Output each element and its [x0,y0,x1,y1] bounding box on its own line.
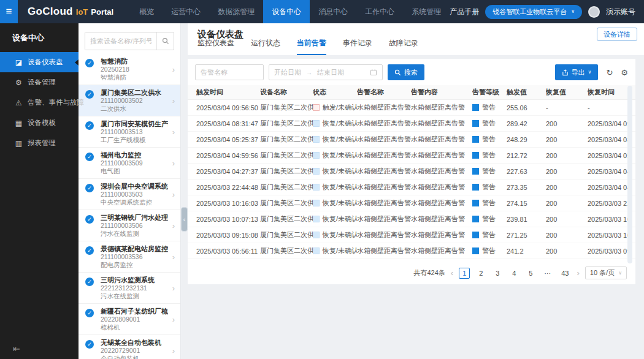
status-square-icon [313,120,320,127]
search-button[interactable]: 搜索 [388,64,424,80]
tab[interactable]: 事件记录 [343,38,372,55]
status-square-icon [313,136,320,143]
platform-selector[interactable]: 锐谷智联工业物联云平台 ∨ [485,5,582,19]
page-number-button[interactable]: 1 [459,268,470,279]
cell-alarm-content: 水箱侧壁距离告警 [411,151,472,160]
warning-square-icon [472,104,479,111]
device-detail-button[interactable]: 设备详情 [597,28,637,41]
table-row[interactable]: 2025/03/03 10:16:03 厦门集美区二次供水 恢复/未确认 水箱侧… [188,195,635,211]
alarm-name-input[interactable] [195,64,264,80]
cell-status: 触发/未确认 [313,103,357,112]
sidebar-item[interactable]: 设备仪表盘 [0,52,79,72]
page-number-button[interactable]: ··· [542,268,553,279]
device-list-item[interactable]: ✓ 无锡某全自动包装机 20220729001 全自动包装机 › [79,335,180,359]
check-circle-icon: ✓ [85,278,94,286]
status-label: 恢复/未确认 [323,151,357,160]
table-row[interactable]: 2025/03/04 04:59:56 厦门集美区二次供水 恢复/未确认 水箱侧… [188,148,635,164]
panel-collapse-handle[interactable]: ‹ [181,207,188,232]
hamburger-icon: ≡ [6,6,12,18]
device-template: 全自动包装机 [101,355,168,359]
device-list-item[interactable]: ✓ 厦门市同安某模切生产线 211100003513 工厂生产线模板 › [79,116,180,148]
device-list-item[interactable]: ✓ 三明污水监测系统 2221231232131 污水在线监测 › [79,273,180,304]
top-nav-item[interactable]: 消息中心 [310,0,356,23]
table-tools: 导出 ∨ ↻ ⚙ [555,64,628,80]
cell-alarm-content: 水箱侧壁距离告警 [411,183,472,192]
tab[interactable]: 监控仪表盘 [197,38,234,55]
status-label: 恢复/未确认 [323,135,357,144]
sidebar-item-label: 设备管理 [28,78,56,87]
prev-page-button[interactable]: ‹ [451,268,453,278]
cell-alarm-name: 水箱侧壁距离告警 [357,183,411,192]
top-nav-item[interactable]: 数据源管理 [209,0,263,23]
table-row[interactable]: 2025/03/04 04:27:37 厦门集美区二次供水 恢复/未确认 水箱侧… [188,164,635,180]
total-count: 共有424条 [413,268,445,278]
device-list-item[interactable]: ✓ 景德镇某配电站房监控 211100003536 配电房监控 › [79,241,180,273]
device-serial: 211100003509 [101,159,168,167]
page-number-button[interactable]: 43 [559,268,571,279]
tab[interactable]: 故障记录 [389,38,418,55]
device-list-item[interactable]: ✓ 三明某钢铁厂污水处理系统 211100003506 污水在线监测 › [79,210,180,241]
product-manual-link[interactable]: 产品手册 [450,7,479,17]
menu-toggle-button[interactable]: ≡ [0,0,18,23]
column-settings-icon[interactable]: ⚙ [621,69,628,77]
check-circle-icon: ✓ [85,121,94,130]
device-name: 无锡某全自动包装机 [101,339,168,347]
page-size-select[interactable]: 10 条/页 ∨ [585,266,627,279]
top-nav-item[interactable]: 工作中心 [356,0,403,23]
table-row[interactable]: 2025/03/03 05:56:11 厦门集美区二次供水 恢复/未确认 水箱侧… [188,243,635,259]
page-number-button[interactable]: 3 [492,268,503,279]
device-template: 中央空调系统监控 [101,198,168,206]
page-number-button[interactable]: 5 [525,268,536,279]
device-search-input[interactable] [85,32,156,50]
avatar[interactable] [588,6,600,18]
table-header-cell: 告警内容 [411,88,472,97]
page-number-button[interactable]: 2 [475,268,486,279]
status-square-icon [313,168,320,175]
device-search-button[interactable] [156,32,174,50]
warning-square-icon [472,248,479,254]
cell-alarm-name: 水箱侧壁距离告警 [357,151,411,160]
page-number-button[interactable]: 4 [508,268,519,279]
top-nav-item[interactable]: 设备中心 [263,0,310,23]
table-row[interactable]: 2025/03/04 08:31:47 厦门集美区二次供水 恢复/未确认 水箱侧… [188,116,635,132]
table-row[interactable]: 2025/03/03 09:15:08 厦门集美区二次供水 恢复/未确认 水箱侧… [188,227,635,243]
sidebar-item[interactable]: 报表管理 [0,133,79,153]
table-row[interactable]: 2025/03/03 10:07:13 厦门集美区二次供水 恢复/未确认 水箱侧… [188,211,635,227]
export-button[interactable]: 导出 ∨ [555,64,599,80]
cell-status: 恢复/未确认 [313,135,357,144]
cell-recover-value: 200 [546,232,588,239]
cell-alarm-content: 水箱侧壁距离告警 [411,230,472,240]
device-list-item[interactable]: ✓ 福州电力监控 211100003509 电气图 › [79,148,180,179]
sidebar-item[interactable]: 告警、事件与故障 [0,93,79,113]
top-nav-item[interactable]: 运营中心 [163,0,209,23]
level-label: 警告 [482,214,496,224]
sidebar-item[interactable]: 设备管理 [0,72,79,93]
table-row[interactable]: 2025/03/04 09:56:50 厦门集美区二次供水 触发/未确认 水箱侧… [188,100,635,116]
filter-bar: 开始日期 → 结束日期 搜索 导出 ∨ ↻ ⚙ [188,59,635,85]
table-row[interactable]: 2025/03/04 05:25:37 厦门集美区二次供水 恢复/未确认 水箱侧… [188,132,635,148]
next-page-button[interactable]: › [577,268,579,278]
top-nav-item[interactable]: 系统管理 [403,0,450,23]
device-name: 三明某钢铁厂污水处理系统 [101,214,168,222]
cell-status: 恢复/未确认 [313,246,357,255]
sidebar-item[interactable]: 设备模板 [0,113,79,133]
arrow-right-icon: → [306,69,312,76]
search-icon [394,69,401,76]
date-range-picker[interactable]: 开始日期 → 结束日期 [269,64,383,80]
tab[interactable]: 当前告警 [297,38,326,55]
warning-square-icon [472,120,479,127]
cell-alarm-name: 水箱侧壁距离告警 [357,103,411,112]
table-header-cell: 恢复值 [546,88,588,97]
top-nav-item[interactable]: 概览 [131,0,163,23]
table-row[interactable]: 2025/03/03 22:44:48 厦门集美区二次供水 恢复/未确认 水箱侧… [188,180,635,195]
table-scrollbar[interactable] [627,86,632,263]
menu-fold-icon[interactable]: ⇤ [13,344,20,353]
device-template: 污水在线监测 [101,230,168,238]
level-label: 警告 [482,183,496,192]
refresh-icon[interactable]: ↻ [606,69,613,77]
tab[interactable]: 运行状态 [251,38,280,55]
device-list-item[interactable]: ✓ 厦门集美区二次供水 211100003502 二次供水 › [79,85,180,116]
device-list-item[interactable]: ✓ 深圳会展中央空调系统 211100003503 中央空调系统监控 › [79,179,180,210]
device-list-item[interactable]: ✓ 新疆石河子某纺织厂梳棉机 20220809001 梳棉机 › [79,304,180,335]
device-list-item[interactable]: ✓ 智慧消防 20250218 智慧消防 › [79,54,180,85]
